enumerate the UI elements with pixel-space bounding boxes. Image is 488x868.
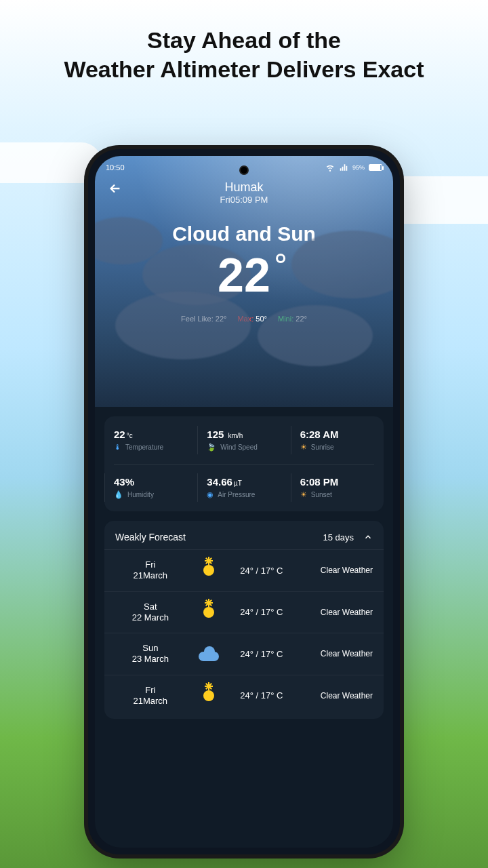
forecast-icon-cell <box>186 686 232 705</box>
promo-line1: Stay Ahead of the <box>0 26 488 55</box>
forecast-condition: Clear Weather <box>291 608 373 617</box>
sun-icon <box>199 686 218 705</box>
current-temperature: 22 <box>218 248 270 302</box>
forecast-title: Weakly Forecast <box>115 532 186 542</box>
battery-icon <box>369 164 382 171</box>
forecast-day: Sun23 March <box>115 643 186 665</box>
metric-wind: 125 km/h 🍃Wind Speed <box>197 416 290 464</box>
forecast-condition: Clear Weather <box>291 691 373 701</box>
location-name: Humak <box>95 180 393 195</box>
cloud-icon <box>197 646 220 661</box>
forecast-card: Weakly Forecast 15 days Fri21March 24° /… <box>104 521 384 719</box>
degree-icon <box>276 254 285 263</box>
metric-temperature: 22°c 🌡Temperature <box>104 416 197 464</box>
metrics-grid: 22°c 🌡Temperature 125 km/h 🍃Wind Speed 6… <box>104 416 384 511</box>
forecast-temps: 24° / 17° C <box>232 566 291 576</box>
forecast-icon-cell <box>186 561 232 580</box>
battery-text: 95% <box>352 164 365 171</box>
sun-icon <box>199 561 218 580</box>
phone-frame: 10:50 95% Humak Fri05:09 PM Cloud and Su… <box>88 149 400 854</box>
wind-icon: 🍃 <box>207 443 216 452</box>
phone-camera <box>239 165 249 175</box>
metric-sunrise: 6:28 AM ☀Sunrise <box>291 416 384 464</box>
top-bar: Humak Fri05:09 PM <box>95 176 393 205</box>
cards-area: 22°c 🌡Temperature 125 km/h 🍃Wind Speed 6… <box>95 416 393 719</box>
phone-screen: 10:50 95% Humak Fri05:09 PM Cloud and Su… <box>95 156 393 848</box>
promo-headline: Stay Ahead of the Weather Altimeter Deli… <box>0 26 488 83</box>
forecast-temps: 24° / 17° C <box>232 607 291 617</box>
weather-hero: 10:50 95% Humak Fri05:09 PM Cloud and Su… <box>95 156 393 407</box>
forecast-icon-cell <box>186 646 232 661</box>
forecast-row[interactable]: Sat22 March 24° / 17° C Clear Weather <box>104 591 384 633</box>
forecast-header: Weakly Forecast 15 days <box>104 521 384 549</box>
status-right: 95% <box>325 163 382 172</box>
forecast-condition: Clear Weather <box>291 566 373 575</box>
forecast-temps: 24° / 17° C <box>232 649 291 659</box>
forecast-row[interactable]: Fri21March 24° / 17° C Clear Weather <box>104 549 384 591</box>
location-datetime: Fri05:09 PM <box>95 195 393 205</box>
arrow-left-icon <box>108 181 123 196</box>
sunrise-icon: ☀ <box>300 443 307 452</box>
forecast-day: Sat22 March <box>115 601 186 624</box>
wifi-icon <box>325 163 335 172</box>
humidity-icon: 💧 <box>114 490 123 499</box>
pressure-icon: ◉ <box>207 490 214 499</box>
thermometer-icon: 🌡 <box>114 443 121 451</box>
forecast-range-label: 15 days <box>323 532 354 542</box>
sun-icon <box>199 603 218 622</box>
sunset-icon: ☀ <box>300 490 307 499</box>
promo-line2: Weather Altimeter Delivers Exact <box>0 55 488 84</box>
signal-icon <box>339 163 348 172</box>
forecast-range-selector[interactable]: 15 days <box>323 532 373 542</box>
forecast-icon-cell <box>186 603 232 622</box>
metric-sunset: 6:08 PM ☀Sunset <box>291 464 384 511</box>
forecast-rows: Fri21March 24° / 17° C Clear Weather Sat… <box>104 549 384 716</box>
status-time: 10:50 <box>106 163 125 172</box>
metric-pressure: 34.66µT ◉Air Pressure <box>197 464 290 511</box>
forecast-condition: Clear Weather <box>291 649 373 658</box>
forecast-day: Fri21March <box>115 685 186 707</box>
forecast-day: Fri21March <box>115 559 186 582</box>
metric-humidity: 43% 💧Humidity <box>104 464 197 511</box>
forecast-row[interactable]: Sun23 March 24° / 17° C Clear Weather <box>104 633 384 675</box>
forecast-row[interactable]: Fri21March 24° / 17° C Clear Weather <box>104 675 384 717</box>
chevron-up-icon <box>363 532 373 542</box>
current-temp-value: 22 <box>218 249 270 302</box>
forecast-temps: 24° / 17° C <box>232 690 291 701</box>
